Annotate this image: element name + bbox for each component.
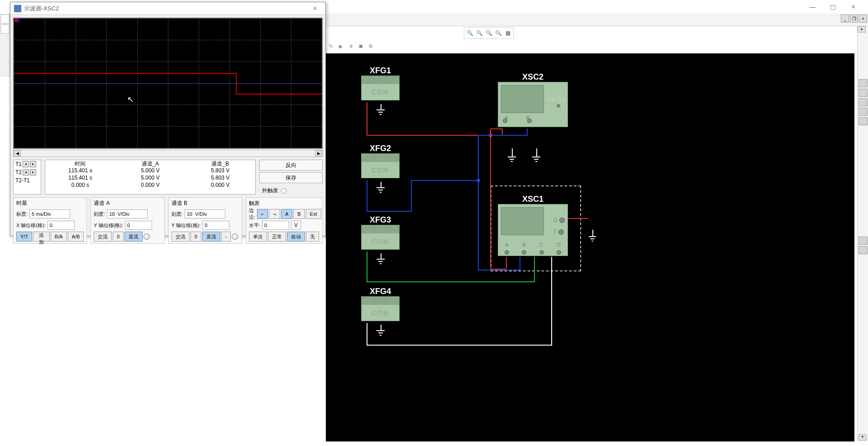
xfg2-body[interactable]: COM xyxy=(361,153,400,178)
ext-trigger-label: 外触发 xyxy=(262,187,278,195)
trig-level-input[interactable] xyxy=(262,221,289,230)
zoom-toolbar: 🔍 🔍 🔍 🔍 ▦ xyxy=(464,27,514,39)
t1-right-icon[interactable]: ▸ xyxy=(30,161,36,167)
trace-channel-b xyxy=(14,83,322,84)
trig-auto-button[interactable]: 自动 xyxy=(287,232,305,242)
maximize-button[interactable]: ▢ xyxy=(823,0,843,13)
chb-scale-input[interactable] xyxy=(185,209,225,218)
zoom-in-icon[interactable]: 🔍 xyxy=(466,29,474,37)
trace-channel-a xyxy=(14,73,236,74)
rpanel-btn2[interactable] xyxy=(858,89,868,97)
timebase-scale-input[interactable] xyxy=(29,209,70,218)
cursor-selector: T1◂▸ T2◂▸ T2-T1 xyxy=(13,160,41,195)
subwin-restore[interactable]: ❐ xyxy=(850,14,858,23)
chb-minus-button[interactable]: - xyxy=(221,232,231,242)
readout-table: 时间 通道_A 通道_B 115.401 s5.000 V5.803 V 115… xyxy=(45,160,256,195)
rpanel-btn5[interactable] xyxy=(858,117,868,125)
xfg4-body[interactable]: COM xyxy=(361,296,400,321)
trig-single-button[interactable]: 单次 xyxy=(249,232,267,242)
subwin-close[interactable]: × xyxy=(859,14,867,23)
zoom-fit-icon[interactable]: 🔍 xyxy=(494,29,502,37)
add-button[interactable]: 添加 xyxy=(33,232,50,242)
tool-place[interactable] xyxy=(0,24,10,33)
trig-a-button[interactable]: A xyxy=(281,209,292,219)
xsc2-body[interactable]: Ext Trig AB xyxy=(498,82,568,127)
rpanel-btn6[interactable] xyxy=(858,237,868,245)
cha-ac-button[interactable]: 交流 xyxy=(94,232,112,242)
scroll-right-icon[interactable]: ▶ xyxy=(315,150,322,157)
trigger-group: 触发 边沿: ⌐ ¬ A B Ext 水平: V 单次 正常 自动 xyxy=(246,197,323,244)
zoom-out-icon[interactable]: 🔍 xyxy=(475,29,483,37)
subwin-minimize[interactable]: _ xyxy=(841,14,849,23)
xfg3-label: XFG3 xyxy=(361,215,400,225)
cha-zero-button[interactable]: 0 xyxy=(113,232,124,242)
sim-pause-icon[interactable]: ⏸ xyxy=(347,43,355,50)
timebase-xoffset-input[interactable] xyxy=(48,221,75,230)
xsc2-label: XSC2 xyxy=(498,72,568,82)
rpanel-btn4[interactable] xyxy=(858,108,868,116)
chb-zero-button[interactable]: 0 xyxy=(191,232,201,242)
close-button[interactable]: × xyxy=(843,0,863,13)
right-panel: ▴ ▾ xyxy=(857,26,868,441)
ground-icon xyxy=(374,325,387,336)
ground-icon xyxy=(374,104,387,115)
scroll-up-icon[interactable]: ▴ xyxy=(858,26,866,33)
ab-button[interactable]: A/B xyxy=(68,232,84,242)
scope-display[interactable]: ↖ xyxy=(13,18,323,149)
sim-toolbar: ↻ ▶ ⏸ ⏹ ⚙ xyxy=(326,42,376,51)
scope-app-icon xyxy=(14,5,21,12)
scroll-down-icon[interactable]: ▾ xyxy=(858,434,867,441)
circuit-canvas[interactable]: XFG1 COM XFG2 COM XFG3 COM xyxy=(326,53,854,441)
t2-left-icon[interactable]: ◂ xyxy=(23,169,29,176)
t1-left-icon[interactable]: ◂ xyxy=(23,161,29,167)
sim-settings-icon[interactable]: ⚙ xyxy=(367,43,375,50)
tool-select[interactable] xyxy=(0,14,10,24)
scope-hscroll[interactable]: ◀ ▶ xyxy=(13,150,323,157)
scope-titlebar[interactable]: 示波器-XSC2 × xyxy=(10,2,325,15)
reverse-button[interactable]: 反向 xyxy=(259,160,323,171)
rpanel-btn1[interactable] xyxy=(858,79,868,87)
channel-b-group: 通道 B 刻度: Y 轴位移(格): 交流 0 直流 - xyxy=(168,197,242,244)
cha-dc-button[interactable]: 直流 xyxy=(124,232,143,242)
cursor-t2-marker[interactable] xyxy=(18,19,20,22)
trig-ext-button[interactable]: Ext xyxy=(306,209,321,219)
cha-yoffset-input[interactable] xyxy=(125,221,152,230)
ground-icon xyxy=(374,182,387,193)
rpanel-btn7[interactable] xyxy=(858,246,868,254)
edge-rise-button[interactable]: ⌐ xyxy=(257,209,268,219)
zoom-area-icon[interactable]: 🔍 xyxy=(485,29,493,37)
edge-fall-button[interactable]: ¬ xyxy=(269,209,280,219)
trig-normal-button[interactable]: 正常 xyxy=(268,232,286,242)
ba-button[interactable]: B/A xyxy=(51,232,67,242)
xsc1-body[interactable]: G T ABCD xyxy=(498,204,568,256)
minimize-button[interactable]: — xyxy=(802,0,823,13)
trig-none-button[interactable]: 无 xyxy=(306,232,319,242)
chb-yoffset-input[interactable] xyxy=(202,221,229,230)
rpanel-btn3[interactable] xyxy=(858,98,868,106)
trig-b-button[interactable]: B xyxy=(293,209,305,219)
ground-icon xyxy=(374,253,387,265)
chb-ac-button[interactable]: 交流 xyxy=(172,232,190,242)
sim-step-icon[interactable]: ↻ xyxy=(327,43,335,50)
cha-led-icon xyxy=(143,233,150,240)
sim-stop-icon[interactable]: ⏹ xyxy=(357,43,365,50)
xsc1-label: XSC1 xyxy=(498,195,568,204)
close-icon[interactable]: × xyxy=(308,3,322,14)
zoom-full-icon[interactable]: ▦ xyxy=(504,29,512,37)
xfg4-label: XFG4 xyxy=(361,287,400,296)
channel-a-group: 通道 A 刻度: Y 轴位移(格): 交流 0 直流 xyxy=(91,197,164,244)
save-button[interactable]: 保存 xyxy=(259,172,323,183)
scope-title: 示波器-XSC2 xyxy=(24,5,308,13)
xfg1-label: XFG1 xyxy=(361,66,400,76)
yt-button[interactable]: Y/T xyxy=(16,232,32,242)
oscilloscope-window: 示波器-XSC2 × ↖ ◀ ▶ T1◂▸ T2◂▸ T2-T1 时间 通道_A… xyxy=(10,2,326,236)
xfg1-body[interactable]: COM xyxy=(361,76,400,100)
chb-dc-button[interactable]: 直流 xyxy=(202,232,220,242)
scroll-left-icon[interactable]: ◀ xyxy=(14,150,21,157)
cha-scale-input[interactable] xyxy=(107,209,148,218)
xfg3-body[interactable]: COM xyxy=(361,225,400,250)
t2-right-icon[interactable]: ▸ xyxy=(30,169,36,176)
xfg2-label: XFG2 xyxy=(361,144,400,153)
sim-play-icon[interactable]: ▶ xyxy=(337,43,345,50)
ext-trigger-radio[interactable] xyxy=(281,188,286,194)
